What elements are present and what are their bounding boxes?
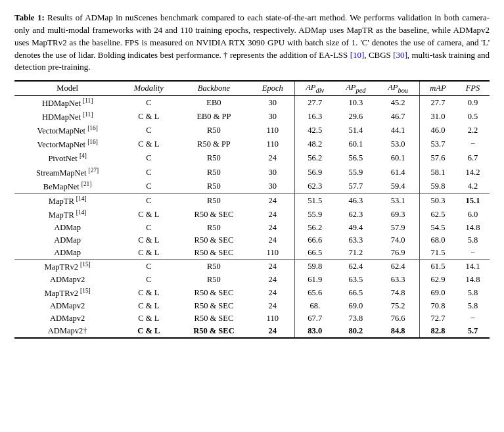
cell-model: MapTRv2 [15] (14, 286, 120, 300)
cell-ap-ped: 10.3 (334, 95, 377, 110)
table-caption: Table 1: Results of ADMap in nuScenes be… (14, 12, 490, 74)
cell-ap-ped: 29.6 (334, 110, 377, 124)
cell-backbone: R50 (177, 166, 250, 180)
cell-ap-div: 59.8 (294, 260, 334, 274)
table-row: MapTRv2 [15]C & LR50 & SEC2465.666.574.8… (14, 286, 490, 300)
table-row: ADMapv2CR502461.963.563.362.914.8 (14, 274, 490, 286)
cell-modality: C (120, 222, 177, 234)
cell-modality: C (120, 95, 177, 110)
cell-modality: C & L (120, 325, 177, 338)
cell-backbone: R50 & PP (177, 137, 250, 151)
cell-backbone: R50 & SEC (177, 247, 250, 260)
col-header-backbone: Backbone (177, 81, 250, 95)
cell-ap-ped: 69.0 (334, 300, 377, 312)
cell-ap-div: 66.6 (294, 234, 334, 247)
cell-map: 72.7 (420, 312, 456, 325)
cell-backbone: R50 (177, 260, 250, 274)
cell-ap-ped: 57.7 (334, 180, 377, 194)
cell-ap-div: 56.2 (294, 151, 334, 165)
cell-ap-bou: 44.1 (377, 124, 419, 137)
cell-map: 27.7 (420, 95, 456, 110)
cell-ap-ped: 63.5 (334, 274, 377, 286)
measured-word: measured (150, 37, 183, 47)
table-row: StreamMapNet [27]CR503056.955.961.458.11… (14, 166, 490, 180)
cell-ap-bou: 74.8 (377, 286, 419, 300)
cell-epoch: 24 (251, 193, 295, 208)
table-row: ADMapC & LR50 & SEC2466.663.374.068.05.8 (14, 234, 490, 247)
cell-ap-div: 67.7 (294, 312, 334, 325)
cell-ap-bou: 59.4 (377, 180, 419, 194)
cell-modality: C (120, 124, 177, 137)
cell-map: 57.6 (420, 151, 456, 165)
cell-ap-bou: 53.1 (377, 193, 419, 208)
cell-map: 62.9 (420, 274, 456, 286)
cell-epoch: 110 (251, 312, 295, 325)
cell-fps: 14.8 (456, 274, 490, 286)
cell-epoch: 30 (251, 166, 295, 180)
cell-ap-bou: 62.4 (377, 260, 419, 274)
cell-epoch: 24 (251, 151, 295, 165)
cell-ap-ped: 56.5 (334, 151, 377, 165)
cell-ap-div: 51.5 (294, 193, 334, 208)
table-row: ADMapCR502456.249.457.954.514.8 (14, 222, 490, 234)
cell-ap-bou: 69.3 (377, 208, 419, 222)
cell-ap-div: 27.7 (294, 95, 334, 110)
cell-ap-bou: 57.9 (377, 222, 419, 234)
cell-model: ADMapv2 (14, 274, 120, 286)
ref-10[interactable]: [10] (350, 50, 365, 60)
cell-backbone: EB0 (177, 95, 250, 110)
cell-epoch: 30 (251, 110, 295, 124)
cell-ap-ped: 80.2 (334, 325, 377, 338)
table-row: MapTR [14]C & LR50 & SEC2455.962.369.362… (14, 208, 490, 222)
table-row: ADMapv2C & LR50 & SEC11067.773.876.672.7… (14, 312, 490, 325)
cell-modality: C & L (120, 286, 177, 300)
cell-ap-ped: 46.3 (334, 193, 377, 208)
cell-epoch: 24 (251, 222, 295, 234)
cell-ap-div: 66.5 (294, 247, 334, 260)
table-row: ADMapC & LR50 & SEC11066.571.276.971.5− (14, 247, 490, 260)
cell-ap-div: 48.2 (294, 137, 334, 151)
cell-fps: 5.8 (456, 286, 490, 300)
cell-ap-ped: 60.1 (334, 137, 377, 151)
cell-ap-bou: 74.0 (377, 234, 419, 247)
cell-model: ADMap (14, 234, 120, 247)
cell-ap-div: 56.9 (294, 166, 334, 180)
col-header-ap-bou: APbou (377, 81, 419, 95)
cell-fps: 0.5 (456, 110, 490, 124)
cell-backbone: R50 & SEC (177, 300, 250, 312)
cell-ap-bou: 63.3 (377, 274, 419, 286)
cell-ap-div: 65.6 (294, 286, 334, 300)
cell-epoch: 24 (251, 260, 295, 274)
cell-modality: C (120, 193, 177, 208)
cell-model: MapTRv2 [15] (14, 260, 120, 274)
table-row: PivotNet [4]CR502456.256.560.157.66.7 (14, 151, 490, 165)
table-row: MapTRv2 [15]CR502459.862.462.461.514.1 (14, 260, 490, 274)
cell-ap-ped: 73.8 (334, 312, 377, 325)
cell-model: ADMapv2 (14, 312, 120, 325)
cell-model: BeMapNet [21] (14, 180, 120, 194)
cell-fps: 5.8 (456, 300, 490, 312)
cell-model: ADMapv2 (14, 300, 120, 312)
cell-epoch: 30 (251, 95, 295, 110)
cell-epoch: 30 (251, 180, 295, 194)
cell-ap-ped: 66.5 (334, 286, 377, 300)
cell-ap-div: 61.9 (294, 274, 334, 286)
cell-fps: 15.1 (456, 193, 490, 208)
cell-ap-bou: 46.7 (377, 110, 419, 124)
ref-30[interactable]: [30] (393, 50, 407, 60)
cell-fps: 14.1 (456, 260, 490, 274)
cell-modality: C & L (120, 234, 177, 247)
caption-text-3: , CBGS (364, 50, 393, 60)
table-row: MapTR [14]CR502451.546.353.150.315.1 (14, 193, 490, 208)
cell-map: 70.8 (420, 300, 456, 312)
cell-modality: C & L (120, 110, 177, 124)
cell-ap-ped: 51.4 (334, 124, 377, 137)
cell-ap-div: 42.5 (294, 124, 334, 137)
cell-fps: 6.7 (456, 151, 490, 165)
cell-ap-bou: 60.1 (377, 151, 419, 165)
cell-model: ADMap (14, 247, 120, 260)
cell-map: 68.0 (420, 234, 456, 247)
cell-model: HDMapNet [11] (14, 95, 120, 110)
cell-epoch: 110 (251, 124, 295, 137)
cell-modality: C (120, 180, 177, 194)
